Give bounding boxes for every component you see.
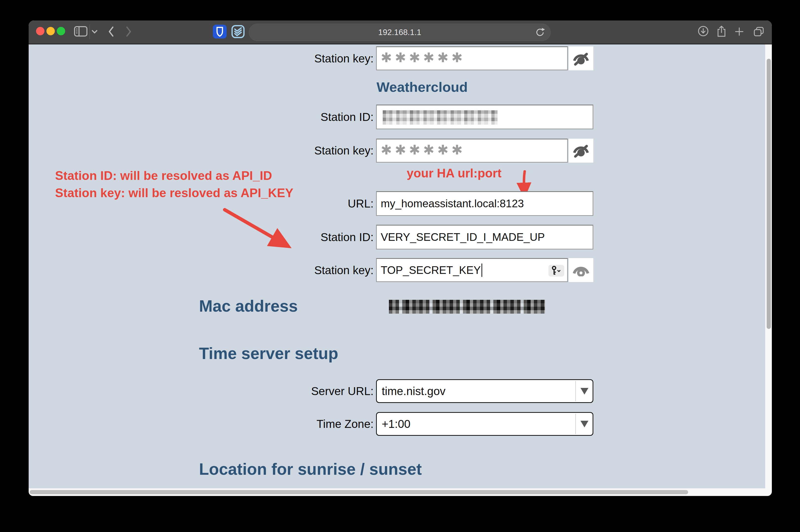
station-key-input[interactable]: ✱✱✱✱✱✱: [376, 46, 568, 70]
station-id-label: Station ID:: [29, 110, 374, 124]
browser-window: 192.168.1.1: [29, 20, 772, 496]
server-url-label: Server URL:: [29, 384, 374, 398]
masked-password-text: ✱✱✱✱✱✱: [377, 142, 465, 158]
time-zone-label: Time Zone:: [29, 417, 374, 431]
station-key-input[interactable]: TOP_SECRET_KEY: [376, 258, 568, 282]
vertical-scrollbar[interactable]: [767, 59, 771, 329]
eye-slash-icon: [573, 143, 589, 158]
download-icon[interactable]: [698, 26, 709, 37]
station-key-label: Station key:: [29, 264, 374, 277]
station-key-label: Station key:: [29, 144, 374, 157]
masked-password-text: ✱✱✱✱✱✱: [377, 50, 465, 65]
url-value: my_homeassistant.local:8123: [377, 197, 524, 210]
text-cursor: [482, 264, 482, 277]
address-text: 192.168.1.1: [378, 27, 421, 37]
station-key-label: Station key:: [29, 52, 374, 65]
reveal-password-button[interactable]: [569, 46, 593, 70]
url-label: URL:: [29, 197, 374, 210]
station-id-label: Station ID:: [29, 230, 374, 244]
station-key-input[interactable]: ✱✱✱✱✱✱: [376, 139, 568, 163]
weathercloud-heading: Weathercloud: [376, 79, 468, 95]
form-row: Station key: ✱✱✱✱✱✱: [29, 46, 593, 70]
new-tab-icon[interactable]: [734, 27, 744, 37]
form-row: Station ID: VERY_SECRET_ID_I_MADE_UP: [29, 225, 593, 249]
time-zone-value: +1:00: [377, 417, 410, 431]
mac-address-heading: Mac address: [199, 297, 298, 315]
tab-overview-icon[interactable]: [754, 27, 764, 37]
select-divider: [575, 414, 576, 434]
form-row: Station key: TOP_SECRET_KEY: [29, 258, 593, 282]
zoom-window-button[interactable]: [57, 27, 65, 35]
horizontal-scrollbar[interactable]: [30, 490, 688, 494]
station-id-input[interactable]: VERY_SECRET_ID_I_MADE_UP: [376, 225, 593, 249]
time-zone-select[interactable]: +1:00: [376, 412, 593, 436]
form-row: Station key: ✱✱✱✱✱✱: [29, 138, 593, 163]
select-divider: [575, 381, 576, 401]
address-bar[interactable]: 192.168.1.1: [249, 24, 551, 41]
page-content: Station key: ✱✱✱✱✱✱ Weathercloud Station…: [29, 44, 765, 488]
reveal-password-button[interactable]: [569, 139, 593, 163]
sidebar-toggle-icon[interactable]: [74, 26, 88, 37]
back-icon[interactable]: [108, 26, 115, 37]
close-window-button[interactable]: [36, 27, 44, 35]
annotation-line-1: Station ID: will be resolved as API_ID: [55, 167, 293, 184]
form-row: Station ID:: [29, 104, 593, 129]
reveal-password-button[interactable]: [569, 258, 593, 282]
time-server-heading: Time server setup: [199, 344, 338, 363]
eye-icon: [573, 264, 589, 277]
server-url-value: time.nist.gov: [377, 384, 445, 398]
form-row: Time Zone: +1:00: [29, 412, 593, 436]
chevron-down-icon[interactable]: [91, 30, 98, 34]
dropdown-arrow-icon[interactable]: [580, 388, 589, 395]
share-icon[interactable]: [717, 25, 726, 38]
eye-slash-icon: [573, 51, 589, 66]
station-id-value: VERY_SECRET_ID_I_MADE_UP: [377, 231, 545, 243]
reload-icon[interactable]: [535, 27, 545, 38]
station-key-value: TOP_SECRET_KEY: [377, 264, 481, 277]
url-input[interactable]: my_homeassistant.local:8123: [376, 191, 593, 216]
form-row: Server URL: time.nist.gov: [29, 379, 593, 403]
key-autofill-icon[interactable]: [548, 265, 564, 277]
toolbar-divider: [89, 24, 90, 39]
dropdown-arrow-icon[interactable]: [580, 421, 589, 428]
ha-url-note: your HA url:port: [407, 167, 501, 180]
forward-icon[interactable]: [125, 26, 132, 37]
server-url-select[interactable]: time.nist.gov: [376, 379, 593, 403]
redacted-value: [383, 110, 498, 125]
minimize-window-button[interactable]: [46, 27, 55, 35]
bitwarden-extension-icon[interactable]: [213, 25, 227, 38]
redacted-mac-value: [389, 300, 545, 314]
browser-toolbar: 192.168.1.1: [29, 20, 772, 44]
checklist-extension-icon[interactable]: [231, 25, 245, 38]
location-heading: Location for sunrise / sunset: [199, 460, 422, 478]
station-id-input[interactable]: [376, 104, 593, 129]
form-row: URL: my_homeassistant.local:8123: [29, 191, 593, 216]
